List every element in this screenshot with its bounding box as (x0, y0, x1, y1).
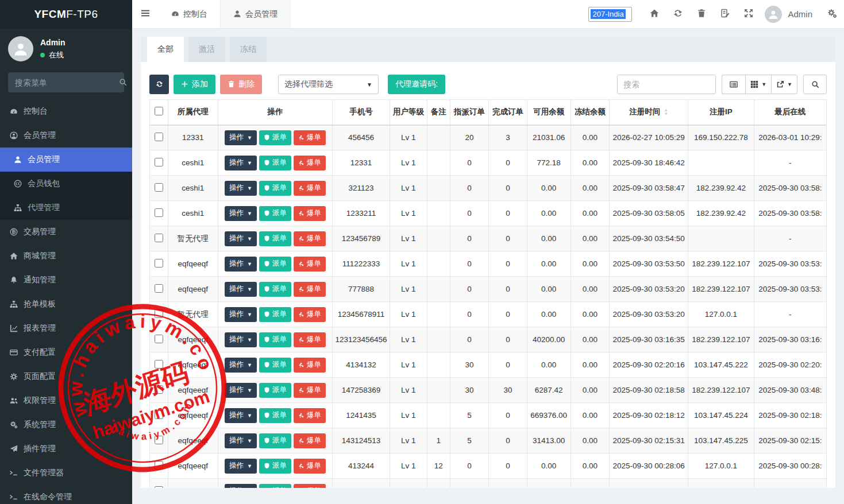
trash-button[interactable] (689, 9, 713, 19)
column-header-reg_time[interactable]: 注册时间▲▼ (610, 100, 688, 125)
column-header-remark[interactable]: 备注 (427, 100, 450, 125)
row-checkbox[interactable] (155, 461, 163, 470)
nav-tab-member-manage[interactable]: 会员管理 (220, 0, 291, 28)
fullscreen-button[interactable] (737, 9, 760, 19)
row-dispatch-button[interactable]: 派单 (259, 282, 291, 297)
sidebar-toggle-button[interactable] (132, 0, 159, 28)
tab-active[interactable]: 激活 (188, 37, 225, 62)
column-header-agent[interactable]: 所属代理 (168, 100, 218, 125)
row-operate-button[interactable]: 操作▼ (225, 332, 257, 347)
row-operate-button[interactable]: 操作▼ (225, 307, 257, 322)
sidebar-item-report-manage[interactable]: 报表管理 (0, 316, 132, 340)
row-operate-button[interactable]: 操作▼ (225, 282, 257, 297)
column-header-phone[interactable]: 手机号 (333, 100, 390, 125)
row-dispatch-button[interactable]: 派单 (259, 408, 291, 423)
row-dispatch-button[interactable]: 派单 (259, 130, 291, 145)
sidebar-item-pay-config[interactable]: 支付配置 (0, 340, 132, 365)
add-button[interactable]: 添加 (174, 75, 215, 94)
column-header-reg_ip[interactable]: 注册IP (688, 100, 754, 125)
row-checkbox[interactable] (155, 234, 163, 242)
tab-frozen[interactable]: 冻结 (230, 37, 267, 62)
row-dispatch-button[interactable]: 派单 (259, 383, 291, 398)
row-operate-button[interactable]: 操作▼ (225, 383, 257, 398)
column-header-assigned[interactable]: 指派订单 (450, 100, 489, 125)
row-dispatch-button[interactable]: 派单 (259, 181, 291, 196)
row-burst-button[interactable]: 爆单 (294, 484, 326, 489)
row-checkbox[interactable] (155, 436, 163, 444)
row-dispatch-button[interactable]: 派单 (259, 332, 291, 347)
row-operate-button[interactable]: 操作▼ (225, 358, 257, 373)
row-dispatch-button[interactable]: 派单 (259, 433, 291, 448)
sidebar-item-member-manage[interactable]: 会员管理 (0, 148, 132, 172)
export-button[interactable]: ▼ (771, 75, 797, 94)
row-checkbox[interactable] (155, 335, 163, 343)
row-checkbox[interactable] (155, 486, 163, 489)
row-burst-button[interactable]: 爆单 (294, 358, 326, 373)
refresh-button[interactable] (666, 9, 689, 19)
sidebar-item-member-group[interactable]: 会员管理 (0, 123, 132, 148)
row-burst-button[interactable]: 爆单 (294, 383, 326, 398)
nav-user-menu[interactable]: Admin (765, 6, 812, 23)
settings-button[interactable] (827, 9, 837, 20)
row-checkbox[interactable] (155, 158, 163, 166)
row-burst-button[interactable]: 爆单 (294, 257, 326, 272)
row-operate-button[interactable]: 操作▼ (225, 484, 257, 489)
row-dispatch-button[interactable]: 派单 (259, 231, 291, 246)
row-operate-button[interactable]: 操作▼ (225, 408, 257, 423)
sidebar-item-permission[interactable]: 权限管理 (0, 389, 132, 413)
tab-all[interactable]: 全部 (147, 37, 184, 62)
list-view-button[interactable] (722, 75, 745, 94)
table-search-input[interactable] (617, 75, 716, 94)
sidebar-item-agent-manage[interactable]: 代理管理 (0, 196, 132, 220)
column-header-balance[interactable]: 可用余额 (527, 100, 571, 125)
row-burst-button[interactable]: 爆单 (294, 307, 326, 322)
row-checkbox[interactable] (155, 133, 163, 141)
sidebar-item-member-wallet[interactable]: 会员钱包 (0, 172, 132, 196)
log-button[interactable] (713, 9, 737, 19)
row-burst-button[interactable]: 爆单 (294, 408, 326, 423)
home-button[interactable] (642, 9, 666, 19)
row-checkbox[interactable] (155, 410, 163, 419)
row-burst-button[interactable]: 爆单 (294, 459, 326, 474)
row-operate-button[interactable]: 操作▼ (225, 459, 257, 474)
row-operate-button[interactable]: 操作▼ (225, 130, 257, 145)
row-dispatch-button[interactable]: 派单 (259, 257, 291, 272)
row-operate-button[interactable]: 操作▼ (225, 206, 257, 221)
column-header-level[interactable]: 用户等级 (390, 100, 427, 125)
agent-filter-select[interactable]: 选择代理筛选 ▼ (278, 75, 379, 94)
select-all-checkbox[interactable] (155, 107, 163, 115)
row-dispatch-button[interactable]: 派单 (259, 459, 291, 474)
sidebar-item-mall-manage[interactable]: 商城管理 (0, 244, 132, 268)
row-dispatch-button[interactable]: 派单 (259, 358, 291, 373)
column-header-frozen[interactable]: 冻结余额 (571, 100, 610, 125)
row-burst-button[interactable]: 爆单 (294, 433, 326, 448)
agent-invite-code-button[interactable]: 代理邀请码: (388, 75, 445, 94)
advanced-search-button[interactable] (803, 75, 827, 94)
row-dispatch-button[interactable]: 派单 (259, 206, 291, 221)
row-operate-button[interactable]: 操作▼ (225, 231, 257, 246)
column-header-completed[interactable]: 完成订单 (489, 100, 527, 125)
row-burst-button[interactable]: 爆单 (294, 282, 326, 297)
sidebar-item-trade-manage[interactable]: 交易管理 (0, 220, 132, 244)
row-checkbox[interactable] (155, 360, 163, 369)
row-operate-button[interactable]: 操作▼ (225, 433, 257, 448)
row-checkbox[interactable] (155, 385, 163, 394)
row-checkbox[interactable] (155, 259, 163, 267)
nav-tab-dashboard[interactable]: 控制台 (159, 0, 220, 28)
row-dispatch-button[interactable]: 派单 (259, 307, 291, 322)
row-operate-button[interactable]: 操作▼ (225, 181, 257, 196)
row-burst-button[interactable]: 爆单 (294, 231, 326, 246)
sidebar-item-online-command[interactable]: 在线命令管理 (0, 485, 132, 504)
sidebar-item-file-manager[interactable]: 文件管理器 (0, 461, 132, 485)
row-burst-button[interactable]: 爆单 (294, 332, 326, 347)
sidebar-search-input[interactable] (15, 78, 119, 87)
column-header-actions[interactable]: 操作 (218, 100, 332, 125)
sidebar-item-page-config[interactable]: 页面配置 (0, 365, 132, 389)
refresh-table-button[interactable] (149, 75, 169, 94)
sidebar-item-system-manage[interactable]: 系统管理 (0, 413, 132, 437)
sidebar-item-grab-template[interactable]: 抢单模板 (0, 292, 132, 316)
sidebar-item-plugin-manage[interactable]: 插件管理 (0, 437, 132, 461)
row-dispatch-button[interactable]: 派单 (259, 484, 291, 489)
columns-button[interactable]: ▼ (745, 75, 771, 94)
row-checkbox[interactable] (155, 284, 163, 293)
